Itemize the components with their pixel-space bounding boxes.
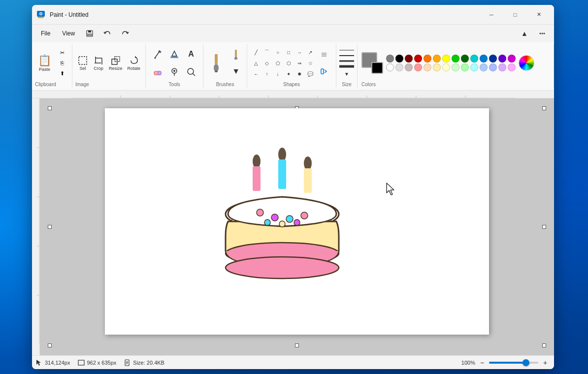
swatch-purple[interactable] <box>498 55 506 62</box>
menu-file[interactable]: File <box>36 28 55 39</box>
swatch-lavender[interactable] <box>498 63 506 71</box>
more-options-button[interactable] <box>534 27 550 40</box>
canvas-background[interactable] <box>40 98 554 355</box>
handle-bottom-left[interactable] <box>48 343 52 347</box>
handle-top-left[interactable] <box>48 106 52 110</box>
svg-rect-1 <box>38 17 44 18</box>
clipboard-label: Clipboard <box>35 81 69 87</box>
brushes-main-button[interactable] <box>206 49 226 77</box>
shape-arrow-left[interactable]: ← <box>251 69 261 79</box>
swatch-pink[interactable] <box>414 63 422 71</box>
cut-button[interactable]: ✂ <box>55 48 69 58</box>
shapes-dropdown[interactable] <box>316 47 332 62</box>
swatch-green[interactable] <box>452 55 459 62</box>
swatch-lightmagenta[interactable] <box>508 63 516 71</box>
swatch-lightblue[interactable] <box>480 63 488 71</box>
brush-dropdown-button[interactable] <box>228 47 244 62</box>
rotate-button[interactable]: Rotate <box>126 54 143 72</box>
swatch-darkblue[interactable] <box>489 55 497 62</box>
swatch-magenta[interactable] <box>508 55 516 62</box>
crop-button[interactable]: Crop <box>91 54 106 72</box>
undo-button[interactable] <box>99 27 115 40</box>
shape-triangle[interactable]: △ <box>251 58 261 68</box>
zoom-slider[interactable] <box>489 362 538 364</box>
handle-right[interactable] <box>542 225 546 229</box>
ribbon-collapse-button[interactable]: ▲ <box>517 27 532 40</box>
swatch-lightgreen[interactable] <box>452 63 459 71</box>
pencil-button[interactable] <box>150 46 165 62</box>
size-dropdown-button[interactable]: ▼ <box>339 70 354 78</box>
shape-arrow-down[interactable]: ↓ <box>273 69 283 79</box>
shapes-more[interactable] <box>316 63 332 79</box>
color-picker-button[interactable] <box>166 64 182 80</box>
color-wheel[interactable] <box>519 55 534 71</box>
shape-curve[interactable]: ⌒ <box>262 47 272 57</box>
redo-button[interactable] <box>117 27 133 40</box>
swatch-blue[interactable] <box>480 55 488 62</box>
swatch-periwinkle[interactable] <box>489 63 497 71</box>
swatch-mintgreen[interactable] <box>461 63 469 71</box>
zoom-in-button[interactable]: + <box>540 358 550 368</box>
shape-6star[interactable]: ✸ <box>294 69 304 79</box>
shape-line[interactable]: ╱ <box>251 47 261 57</box>
handle-left[interactable] <box>48 225 52 229</box>
shape-4star[interactable]: ✦ <box>284 69 294 79</box>
swatch-lightcyan[interactable] <box>470 63 478 71</box>
colors-label: Colors <box>361 81 550 87</box>
canvas-area[interactable] <box>32 91 554 355</box>
swatch-amber[interactable] <box>433 55 441 62</box>
minimize-button[interactable]: ─ <box>480 7 503 23</box>
maximize-button[interactable]: □ <box>504 7 526 23</box>
color2-swatch[interactable] <box>371 62 383 74</box>
shape-right-arrow-fill[interactable]: ⇒ <box>294 58 304 68</box>
copy-button[interactable]: ⎘ <box>55 58 69 68</box>
shape-star[interactable]: ☆ <box>305 58 315 68</box>
close-button[interactable]: ✕ <box>527 7 550 23</box>
dimensions-icon <box>78 359 85 366</box>
menu-view[interactable]: View <box>57 28 80 39</box>
handle-bottom-right[interactable] <box>542 343 546 347</box>
swatch-white[interactable] <box>386 63 394 71</box>
handle-bottom[interactable] <box>295 343 299 347</box>
shape-hexagon[interactable]: ⬡ <box>284 58 294 68</box>
swatch-gray[interactable] <box>386 55 394 62</box>
swatch-yellow[interactable] <box>442 55 450 62</box>
swatch-cream[interactable] <box>442 63 450 71</box>
drawing-canvas[interactable] <box>105 108 489 335</box>
swatch-peach[interactable] <box>424 63 431 71</box>
swatch-black[interactable] <box>395 55 403 62</box>
zoom-out-button[interactable]: − <box>477 358 487 368</box>
paint-window: Paint - Untitled ─ □ ✕ File View <box>32 5 554 369</box>
magnifier-button[interactable] <box>183 64 199 80</box>
swatch-darkred[interactable] <box>405 55 413 62</box>
shape-arrow-up[interactable]: ↑ <box>262 69 272 79</box>
shape-pentagon[interactable]: ⬠ <box>273 58 283 68</box>
svg-point-9 <box>544 33 545 34</box>
shape-diamond[interactable]: ◇ <box>262 58 272 68</box>
brush-options-button[interactable]: ▼ <box>228 63 244 79</box>
resize-button[interactable]: Resize <box>107 54 125 72</box>
text-button[interactable]: A <box>183 46 199 62</box>
select-button[interactable]: Sel <box>75 54 90 72</box>
swatch-lightyellow[interactable] <box>433 63 441 71</box>
fill-button[interactable] <box>166 46 182 62</box>
swatch-red[interactable] <box>414 55 422 62</box>
swatch-rose[interactable] <box>405 63 413 71</box>
paste-sm-button[interactable]: ⬆ <box>55 68 69 78</box>
shape-arrow-diagonal[interactable]: ↗ <box>305 47 315 57</box>
shape-rect[interactable]: □ <box>284 47 294 57</box>
tools-label: Tools <box>168 81 180 87</box>
shape-oval[interactable]: ○ <box>273 47 283 57</box>
swatch-orange[interactable] <box>424 55 431 62</box>
zoom-thumb[interactable] <box>523 359 529 366</box>
svg-point-57 <box>304 156 312 170</box>
shape-callout[interactable]: 💬 <box>305 69 315 79</box>
shape-arrow-right[interactable]: → <box>294 47 304 57</box>
swatch-lightgray[interactable] <box>395 63 403 71</box>
save-icon-button[interactable] <box>82 27 98 40</box>
paste-button[interactable]: 📋 Paste <box>35 52 54 74</box>
eraser-button[interactable] <box>150 64 165 80</box>
swatch-darkgreen[interactable] <box>461 55 469 62</box>
handle-top-right[interactable] <box>542 106 546 110</box>
swatch-teal[interactable] <box>470 55 478 62</box>
